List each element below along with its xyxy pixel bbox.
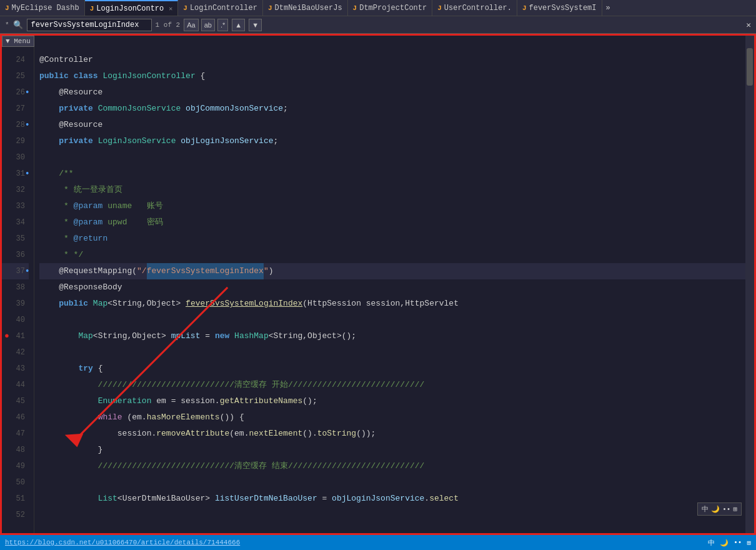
code-line-52	[39, 507, 745, 523]
tab-icon-dtmneibaouserjs: J	[268, 4, 272, 12]
line-48: 48	[2, 442, 29, 458]
line-28: 28	[2, 117, 29, 133]
line-26: 26	[2, 84, 29, 101]
status-grid-icon: ⊞	[747, 539, 751, 547]
vertical-scrollbar[interactable]	[745, 36, 754, 533]
line-40: 40	[2, 312, 29, 328]
code-line-31: /**	[39, 166, 745, 182]
line-46: 46	[2, 409, 29, 426]
status-right-items: 中 🌙 •• ⊞	[708, 538, 751, 548]
code-line-47: session.removeAttribute(em.nextElement()…	[39, 426, 745, 442]
line-24: 24	[2, 52, 29, 68]
code-line-32: * 统一登录首页	[39, 182, 745, 198]
dot-icon: ••	[722, 506, 730, 513]
code-line-22	[39, 36, 745, 52]
scrollbar-thumb[interactable]	[747, 48, 753, 86]
line-36: 36	[2, 247, 29, 263]
code-line-35: * @return	[39, 231, 745, 247]
bottom-toolbar: 中 🌙 •• ⊞	[697, 502, 742, 516]
find-search-input[interactable]	[27, 19, 152, 31]
status-dots-icon: ••	[734, 539, 742, 546]
tab-label-feversvssystemi: feverSvsSystemI	[529, 4, 596, 12]
line-37: 37	[2, 263, 29, 279]
code-line-46: while (em.hasMoreElements()) {	[39, 409, 745, 426]
code-line-29: private LoginJsonService objLoginJsonSer…	[39, 133, 745, 149]
code-line-51: List<UserDtmNeiBaoUser> listUserDtmNeiBa…	[39, 491, 745, 507]
line-50: 50	[2, 474, 29, 491]
tab-myeclipse[interactable]: J MyEclipse Dashb	[0, 0, 85, 16]
find-regex-button[interactable]: .*	[217, 19, 228, 31]
find-next-button[interactable]: ▼	[249, 19, 262, 31]
code-line-48: }	[39, 442, 745, 458]
tab-close-loginjson[interactable]: ✕	[169, 5, 172, 12]
status-moon-icon: 🌙	[720, 539, 729, 547]
more-tabs-button[interactable]: »	[602, 4, 614, 12]
tab-label-dtmprojectcontr: DtmProjectContr	[359, 4, 427, 12]
line-39: 39	[2, 296, 29, 312]
line-51: 51	[2, 491, 29, 507]
tab-label-loginjson: LoginJsonContro	[96, 4, 164, 13]
code-line-33: * @param uname 账号	[39, 198, 745, 214]
code-line-50	[39, 474, 745, 491]
line-43: 43	[2, 361, 29, 377]
code-line-42	[39, 344, 745, 361]
code-line-28: @Resource	[39, 117, 745, 133]
code-line-39: public Map<String,Object> feverSvsSystem…	[39, 296, 745, 312]
line-49: 49	[2, 458, 29, 474]
line-44: 44	[2, 377, 29, 393]
tab-loginjson[interactable]: J LoginJsonContro ✕	[85, 0, 179, 16]
code-line-45: Enumeration em = session.getAttributeNam…	[39, 393, 745, 409]
code-line-36: * */	[39, 247, 745, 263]
lang-icon: 中	[702, 504, 709, 514]
code-line-27: private CommonJsonService objCommonJsonS…	[39, 101, 745, 117]
tab-usercontroller[interactable]: J UserController.	[432, 0, 517, 16]
code-line-41: Map<String,Object> mpList = new HashMap<…	[39, 328, 745, 344]
tab-icon-logincontroller: J	[183, 4, 187, 12]
grid-icon: ⊞	[733, 505, 737, 513]
line-31: 31	[2, 166, 29, 182]
tab-dtmprojectcontr[interactable]: J DtmProjectContr	[348, 0, 433, 16]
code-line-49: ////////////////////////////清空缓存 结束/////…	[39, 458, 745, 474]
tab-logincontroller[interactable]: J LoginController	[178, 0, 263, 16]
tab-label-dtmneibaouserjs: DtmNeiBaoUserJs	[275, 4, 342, 12]
code-content[interactable]: @Controller public class LoginJsonContro…	[34, 36, 745, 533]
line-45: 45	[2, 393, 29, 409]
tab-icon-usercontroller: J	[437, 4, 442, 12]
line-numbers-gutter: 22 24 25 26 27 28 29 30 31 32 33 34 35 3…	[2, 36, 34, 533]
find-search-icon: 🔍	[13, 20, 23, 30]
line-29: 29	[2, 133, 29, 149]
menu-button[interactable]: ▼ Menu	[2, 36, 34, 47]
line-32: 32	[2, 182, 29, 198]
line-35: 35	[2, 231, 29, 247]
tab-label-logincontroller: LoginController	[190, 4, 257, 12]
moon-icon: 🌙	[711, 505, 720, 513]
line-25: 25	[2, 68, 29, 84]
tab-icon-loginjson: J	[90, 5, 94, 12]
status-bar: https://blog.csdn.net/u011066470/article…	[0, 535, 756, 550]
tab-feversvssystemi[interactable]: J feverSvsSystemI	[517, 0, 602, 16]
find-bar-label: *	[5, 21, 9, 29]
find-case-sensitive-button[interactable]: Aa	[184, 19, 198, 31]
editor-area: 22 24 25 26 27 28 29 30 31 32 33 34 35 3…	[0, 34, 756, 535]
code-line-40	[39, 312, 745, 328]
line-30: 30	[2, 149, 29, 166]
find-prev-button[interactable]: ▲	[232, 19, 245, 31]
code-line-38: @ResponseBody	[39, 279, 745, 296]
line-38: 38	[2, 279, 29, 296]
tab-dtmneibaouserjs[interactable]: J DtmNeiBaoUserJs	[263, 0, 348, 16]
find-whole-word-button[interactable]: ab	[201, 19, 215, 31]
code-line-25: public class LoginJsonController {	[39, 68, 745, 84]
code-line-26: @Resource	[39, 84, 745, 101]
line-34: 34	[2, 214, 29, 231]
find-match-count: 1 of 2	[156, 21, 181, 29]
find-close-button[interactable]: ✕	[746, 20, 751, 30]
line-52: 52	[2, 507, 29, 523]
code-line-43: try {	[39, 361, 745, 377]
line-42: 42	[2, 344, 29, 361]
tab-icon-dtmprojectcontr: J	[353, 4, 357, 12]
line-47: 47	[2, 426, 29, 442]
line-33: 33	[2, 198, 29, 214]
code-line-34: * @param upwd 密码	[39, 214, 745, 231]
status-link[interactable]: https://blog.csdn.net/u011066470/article…	[5, 539, 240, 546]
tab-label-usercontroller: UserController.	[444, 4, 512, 12]
